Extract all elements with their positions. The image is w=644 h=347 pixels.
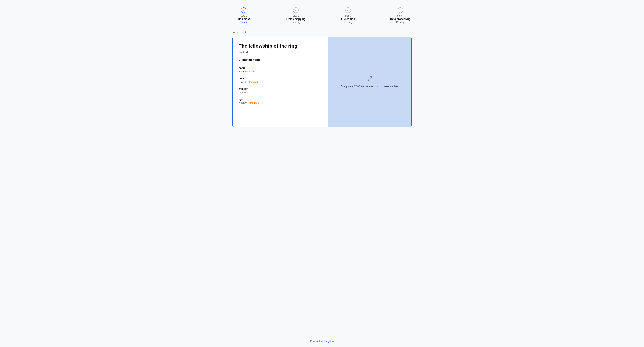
step-3: ✓ Step 3 File edition Pending — [337, 8, 359, 24]
connector-2 — [307, 13, 337, 13]
field-age-required: Required — [249, 102, 259, 104]
step-4-status: Pending — [390, 21, 410, 24]
field-name-label: name — [238, 66, 322, 70]
step-1: ✓ Step 1 File upload Current — [232, 8, 255, 24]
step-2-name: Fields mapping — [286, 18, 306, 20]
field-race-type: picklist • Required — [238, 80, 322, 84]
main-card: The fellowship of the ring For frodo... … — [232, 37, 412, 127]
drop-zone[interactable]: Drag your CSV file here or click to sele… — [328, 37, 412, 127]
compress-icon — [367, 76, 372, 82]
step-2-circle: ✓ — [293, 8, 299, 13]
card-subtitle: For frodo... — [238, 51, 322, 54]
expected-fields-title: Expected fields — [238, 58, 322, 62]
step-2-number: Step 2 — [286, 14, 306, 17]
step-3-name: File edition — [341, 18, 355, 20]
go-back-button[interactable]: ← Go back — [232, 31, 246, 34]
step-4-name: Data processing — [390, 18, 410, 20]
step-2: ✓ Step 2 Fields mapping Pending — [285, 8, 307, 24]
field-weapon-type: picklist — [238, 91, 322, 94]
field-race-label: race — [238, 77, 322, 80]
svg-line-1 — [368, 79, 369, 80]
powered-by-text: Powered by — [310, 340, 323, 342]
left-panel: The fellowship of the ring For frodo... … — [233, 37, 328, 127]
field-race: race picklist • Required — [238, 75, 322, 86]
brand-link[interactable]: Capyflow — [324, 340, 334, 342]
field-weapon: weapon picklist — [238, 86, 322, 96]
field-weapon-label: weapon — [238, 87, 322, 90]
drop-zone-text: Drag your CSV file here or click to sele… — [341, 85, 398, 88]
step-1-status: Current — [237, 21, 250, 24]
step-1-number: Step 1 — [237, 14, 250, 17]
go-back-label: Go back — [236, 31, 246, 34]
field-age-label: age — [238, 98, 322, 101]
step-4-circle: ✓ — [398, 8, 403, 13]
stepper: ✓ Step 1 File upload Current ✓ Step 2 Fi… — [229, 0, 415, 27]
field-name-required: Required — [245, 70, 255, 73]
field-age-type: number • Required — [238, 102, 322, 104]
step-1-circle: ✓ — [241, 8, 246, 13]
step-2-status: Pending — [286, 21, 306, 24]
arrow-left-icon: ← — [232, 31, 235, 34]
step-4: ✓ Step 4 Data processing Pending — [389, 8, 412, 24]
step-4-number: Step 4 — [390, 14, 410, 17]
field-name: name text • Required — [238, 64, 322, 75]
field-name-type: text • Required — [238, 70, 322, 73]
step-3-status: Pending — [341, 21, 355, 24]
main-content: ← Go back The fellowship of the ring For… — [229, 27, 415, 335]
svg-line-0 — [370, 77, 372, 78]
footer: Powered by Capyflow — [0, 335, 644, 347]
card-title: The fellowship of the ring — [238, 43, 322, 49]
step-3-circle: ✓ — [345, 8, 351, 13]
connector-3 — [359, 13, 389, 13]
field-race-required: Required — [248, 80, 258, 84]
connector-1 — [255, 13, 285, 13]
step-1-name: File upload — [237, 18, 250, 20]
field-age: age number • Required — [238, 96, 322, 106]
step-3-number: Step 3 — [341, 14, 355, 17]
